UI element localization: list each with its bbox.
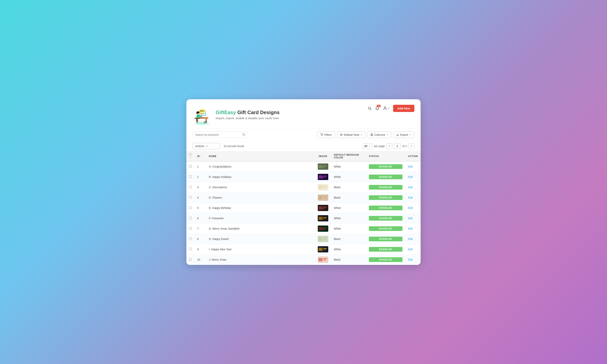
per-page-select[interactable]: 20 (362, 143, 372, 149)
columns-button[interactable]: Columns (368, 131, 392, 138)
actions-row: Actions 10 records found 20 per page of … (186, 141, 421, 151)
svg-rect-40 (323, 165, 327, 166)
edit-link[interactable]: Edit (408, 206, 413, 209)
svg-text:H: H (322, 238, 324, 240)
row-action: Edit (405, 172, 421, 182)
row-color: White (331, 172, 366, 182)
svg-text:C: C (322, 187, 324, 188)
row-checkbox[interactable] (189, 217, 192, 219)
edit-link[interactable]: Edit (408, 196, 413, 199)
header-illustration (191, 104, 212, 125)
table-row: 5 E. Happy Birthday E White ENABLED Edit (186, 203, 421, 213)
row-action: Edit (405, 203, 421, 213)
table-row: 4 D. Flowers D Black ENABLED Edit (186, 192, 421, 203)
row-checkbox[interactable] (189, 206, 192, 209)
edit-link[interactable]: Edit (408, 237, 413, 241)
edit-link[interactable]: Edit (408, 258, 413, 261)
notification-badge: 60 (377, 105, 381, 107)
row-color: White (331, 213, 366, 223)
row-id: 10 (194, 254, 206, 265)
search-icon (368, 106, 372, 110)
svg-rect-64 (318, 217, 322, 220)
svg-rect-65 (323, 217, 327, 218)
svg-rect-19 (199, 109, 205, 113)
columns-icon (370, 133, 373, 136)
svg-rect-79 (318, 248, 322, 251)
edit-link[interactable]: Edit (408, 248, 413, 251)
actions-dropdown[interactable]: Actions (193, 143, 220, 149)
svg-point-29 (384, 107, 386, 108)
page-number-input[interactable] (394, 143, 401, 149)
row-checkbox[interactable] (189, 175, 192, 178)
row-checkbox[interactable] (189, 186, 192, 188)
row-status: ENABLED (366, 213, 405, 223)
search-icon-button[interactable] (368, 106, 372, 110)
row-checkbox[interactable] (189, 237, 192, 240)
search-input[interactable] (193, 131, 247, 138)
row-checkbox[interactable] (189, 258, 192, 260)
chevron-left-icon (388, 145, 391, 147)
row-image: I (315, 244, 331, 254)
row-color: White (331, 244, 366, 254)
svg-rect-45 (323, 176, 327, 177)
svg-text:B: B (323, 176, 324, 178)
edit-link[interactable]: Edit (408, 165, 413, 168)
row-checkbox[interactable] (189, 196, 192, 199)
page-of: of 1 (402, 144, 407, 148)
select-all-checkbox[interactable] (189, 153, 192, 156)
image-thumbnail: G (318, 225, 328, 232)
row-status: ENABLED (366, 192, 405, 203)
header-left: GiftEasy Gift Card Designs Import, expor… (191, 104, 279, 125)
row-action: Edit (405, 234, 421, 244)
search-submit-button[interactable] (242, 133, 245, 137)
edit-link[interactable]: Edit (408, 175, 413, 179)
svg-rect-21 (200, 110, 204, 111)
row-name: C. Decorations (206, 182, 315, 192)
svg-rect-81 (323, 249, 326, 250)
user-menu-button[interactable] (383, 106, 390, 110)
row-action: Edit (405, 244, 421, 254)
row-image: A (315, 161, 331, 172)
image-thumbnail: E (318, 205, 328, 211)
color-column-header: DEFAULT MESSAGE COLOR (331, 151, 366, 161)
row-checkbox[interactable] (189, 165, 192, 168)
row-status: ENABLED (366, 244, 405, 254)
edit-link[interactable]: Edit (408, 227, 413, 230)
edit-link[interactable]: Edit (408, 217, 413, 220)
filters-button[interactable]: Filters (317, 131, 335, 138)
row-checkbox-cell (186, 213, 194, 223)
row-checkbox[interactable] (189, 227, 192, 230)
row-name: E. Happy Birthday (206, 203, 315, 213)
row-color: White (331, 203, 366, 213)
export-icon (396, 133, 399, 136)
next-page-button[interactable] (409, 143, 414, 149)
status-badge: ENABLED (369, 257, 402, 262)
chevron-down-icon (369, 145, 371, 147)
row-color: Black (331, 182, 366, 192)
export-button[interactable]: Export (393, 131, 414, 138)
default-view-button[interactable]: Default View (337, 131, 366, 138)
status-badge: ENABLED (369, 185, 402, 190)
add-new-button[interactable]: Add New (393, 105, 414, 112)
svg-rect-84 (318, 258, 322, 261)
svg-rect-66 (323, 219, 326, 219)
svg-point-26 (206, 121, 207, 121)
prev-page-button[interactable] (386, 143, 392, 149)
svg-rect-54 (318, 196, 322, 199)
row-name: G. Merry Xmas Santafish (206, 223, 315, 234)
status-badge: ENABLED (369, 164, 402, 169)
svg-rect-49 (318, 186, 322, 189)
svg-rect-61 (323, 208, 326, 209)
chevron-down-icon (386, 134, 388, 136)
row-action: Edit (405, 192, 421, 203)
edit-link[interactable]: Edit (408, 186, 413, 189)
row-action: Edit (405, 223, 421, 234)
svg-rect-85 (323, 259, 327, 259)
svg-rect-74 (318, 237, 322, 241)
chevron-right-icon (410, 145, 413, 147)
svg-rect-46 (323, 177, 326, 178)
row-checkbox[interactable] (189, 248, 192, 250)
id-column-header[interactable]: ID ↕ (194, 151, 206, 161)
name-column-header[interactable]: NAME (206, 151, 315, 161)
image-thumbnail: F (318, 215, 328, 221)
